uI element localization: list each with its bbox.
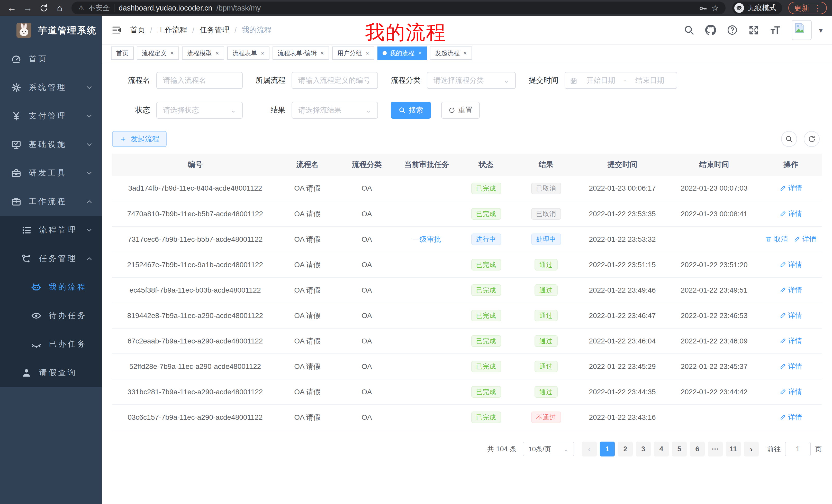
sidebar-item-my-process[interactable]: 我的流程 [0, 273, 102, 301]
search-button[interactable]: 搜索 [391, 102, 431, 119]
status-select[interactable]: 请选择状态⌄ [156, 102, 243, 119]
security-label: 不安全 [88, 3, 110, 13]
page-button-6[interactable]: 6 [690, 442, 705, 456]
cell-id: 819442e8-7b9a-11ec-a290-acde48001122 [112, 303, 278, 328]
sidebar-fold-icon[interactable] [111, 25, 121, 35]
app-logo[interactable]: 芋道管理系统 [0, 16, 102, 45]
sidebar-item-process-mgmt[interactable]: 流程管理 [0, 216, 102, 244]
sidebar-item-devtools[interactable]: 研发工具 [0, 159, 102, 187]
page-size-select[interactable]: 10条/页 ⌄ [523, 442, 574, 456]
page-button-5[interactable]: 5 [672, 442, 687, 456]
browser-back-button[interactable]: ← [5, 1, 19, 15]
tab-start-process[interactable]: 发起流程× [430, 47, 472, 60]
tab-process-form-edit[interactable]: 流程表单-编辑× [272, 47, 329, 60]
submit-time-range-picker[interactable]: 开始日期 - 结束日期 [565, 72, 677, 89]
browser-forward-button[interactable]: → [21, 1, 34, 15]
browser-menu-dots-icon[interactable]: ⋮ [813, 4, 821, 12]
browser-reload-button[interactable] [37, 1, 50, 15]
detail-link[interactable]: 详情 [780, 209, 802, 218]
tab-close-icon[interactable]: × [366, 50, 369, 57]
tab-close-icon[interactable]: × [215, 50, 219, 57]
sidebar-item-label: 已办任务 [49, 339, 87, 349]
page-button-1[interactable]: 1 [600, 442, 615, 456]
tab-process-model[interactable]: 流程模型× [182, 47, 224, 60]
cell-actions: 详情 [760, 303, 822, 328]
process-name-input[interactable]: 请输入流程名 [156, 72, 243, 89]
header-search-icon[interactable] [684, 25, 695, 35]
sidebar-item-workflow[interactable]: 工作流程 [0, 187, 102, 216]
tab-process-definition[interactable]: 流程定义× [137, 47, 179, 60]
password-key-icon[interactable] [699, 3, 707, 13]
process-id-input[interactable]: 请输入流程定义的编号 [291, 72, 378, 89]
reset-button[interactable]: 重置 [441, 102, 480, 119]
page-button-4[interactable]: 4 [654, 442, 669, 456]
toggle-search-button[interactable] [781, 131, 797, 147]
tab-close-icon[interactable]: × [463, 50, 467, 57]
cell-submit-time: 2022-01-22 23:46:04 [576, 328, 668, 354]
page-button-3[interactable]: 3 [636, 442, 651, 456]
refresh-table-button[interactable] [804, 131, 820, 147]
address-bar[interactable]: ⚠ 不安全 dashboard.yudao.iocoder.cn/bpm/tas… [72, 2, 726, 15]
tab-close-icon[interactable]: × [170, 50, 174, 57]
bookmark-star-icon[interactable]: ☆ [711, 3, 719, 13]
cell-status: 进行中 [457, 227, 516, 252]
tab-process-form[interactable]: 流程表单× [227, 47, 269, 60]
tab-close-icon[interactable]: × [261, 50, 264, 57]
detail-link[interactable]: 详情 [780, 362, 802, 371]
next-page-button[interactable]: › [744, 442, 759, 456]
fullscreen-icon[interactable] [749, 25, 759, 35]
cancel-link[interactable]: 取消 [765, 234, 788, 244]
tab-close-icon[interactable]: × [418, 50, 422, 57]
tab-home[interactable]: 首页 [111, 47, 134, 60]
chevron-down-icon: ⌄ [366, 106, 371, 114]
breadcrumb-item[interactable]: 任务管理 [200, 25, 229, 35]
sidebar-item-leave-query[interactable]: 请假查询 [0, 358, 102, 387]
current-task-link[interactable]: 一级审批 [412, 235, 441, 243]
breadcrumb-item[interactable]: 工作流程 [157, 25, 187, 35]
sidebar-item-todo-task[interactable]: 待办任务 [0, 301, 102, 330]
detail-link[interactable]: 详情 [780, 387, 802, 396]
tab-user-group[interactable]: 用户分组× [332, 47, 374, 60]
sidebar-item-task-mgmt[interactable]: 任务管理 [0, 244, 102, 273]
breadcrumb-item[interactable]: 首页 [130, 25, 145, 35]
detail-link[interactable]: 详情 [780, 413, 802, 422]
column-header: 提交时间 [576, 153, 668, 176]
cell-result: 已取消 [516, 176, 576, 201]
github-icon[interactable] [705, 25, 716, 35]
detail-link[interactable]: 详情 [780, 336, 802, 345]
sidebar-item-home[interactable]: 首页 [0, 45, 102, 73]
start-process-button[interactable]: ＋发起流程 [112, 131, 166, 147]
cell-id: 7470a810-7b9b-11ec-b5b7-acde48001122 [112, 201, 278, 227]
prev-page-button[interactable]: ‹ [582, 442, 597, 456]
avatar[interactable] [791, 20, 812, 40]
detail-link[interactable]: 详情 [780, 285, 802, 295]
sidebar-item-infra[interactable]: 基础设施 [0, 130, 102, 159]
goto-page-input[interactable]: 1 [785, 442, 811, 456]
category-select[interactable]: 请选择流程分类⌄ [427, 72, 516, 89]
browser-update-button[interactable]: 更新 ⋮ [788, 2, 827, 14]
font-size-icon[interactable] [770, 25, 781, 35]
page-button-2[interactable]: 2 [618, 442, 633, 456]
browser-home-button[interactable]: ⌂ [53, 1, 66, 15]
detail-link[interactable]: 详情 [780, 260, 802, 269]
sidebar-item-payment[interactable]: 支付管理 [0, 102, 102, 130]
detail-link[interactable]: 详情 [780, 184, 802, 193]
action-label: 详情 [788, 362, 802, 371]
sidebar-item-system[interactable]: 系统管理 [0, 73, 102, 102]
table-row: 03c6c157-7b9a-11ec-a290-acde48001122OA 请… [112, 404, 822, 430]
action-label: 详情 [788, 285, 802, 295]
help-icon[interactable] [727, 25, 738, 35]
cell-id: 52ffd28e-7b9a-11ec-a290-acde48001122 [112, 354, 278, 379]
detail-link[interactable]: 详情 [794, 234, 816, 244]
tab-my-process[interactable]: 我的流程× [378, 47, 427, 60]
page-button-11[interactable]: 11 [726, 442, 741, 456]
home-icon [11, 54, 22, 64]
avatar-dropdown-icon[interactable]: ▾ [819, 26, 823, 35]
result-select[interactable]: 请选择流结果⌄ [291, 102, 378, 119]
sidebar-item-done-task[interactable]: 已办任务 [0, 330, 102, 358]
status-badge: 通过 [535, 259, 558, 271]
pen-icon [780, 363, 786, 369]
detail-link[interactable]: 详情 [780, 311, 802, 320]
column-header: 结束时间 [668, 153, 760, 176]
tab-close-icon[interactable]: × [320, 50, 324, 57]
